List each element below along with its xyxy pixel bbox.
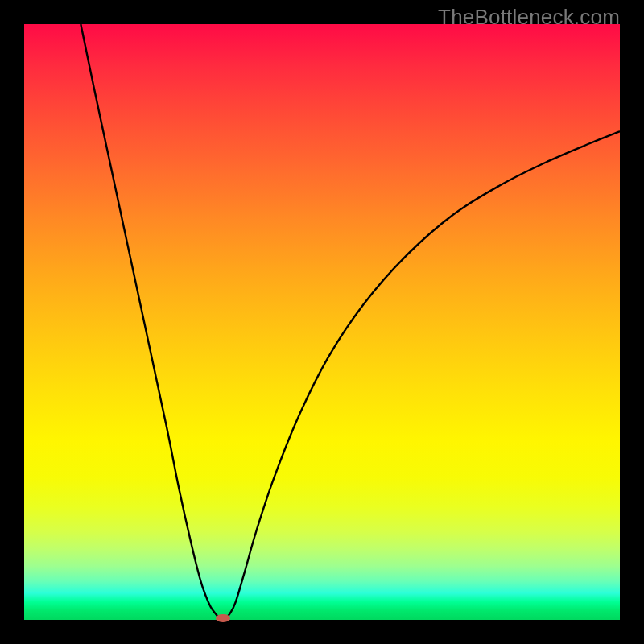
watermark-text: TheBottleneck.com — [438, 5, 620, 30]
chart-frame: TheBottleneck.com — [0, 0, 644, 644]
curve-left-branch — [80, 24, 221, 618]
curve-right-branch — [225, 131, 620, 618]
optimal-point-marker — [216, 614, 230, 622]
bottleneck-curve — [24, 24, 620, 620]
plot-area — [24, 24, 620, 620]
